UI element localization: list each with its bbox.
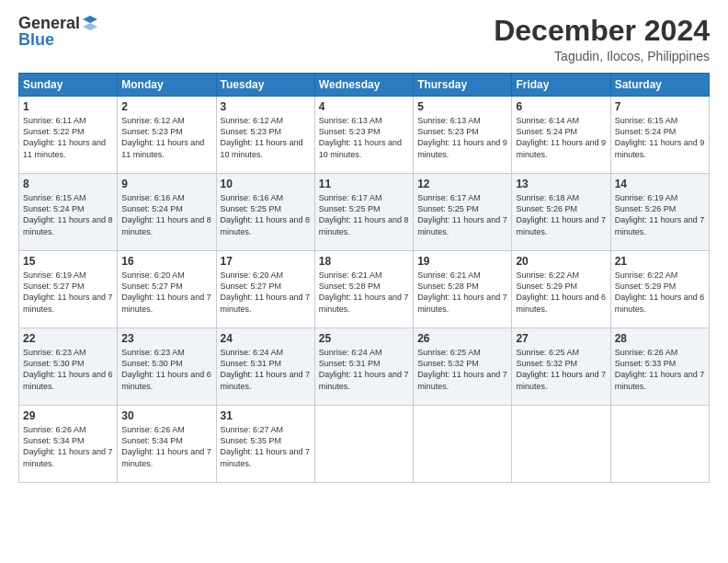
cell-info: Sunrise: 6:23 AM Sunset: 5:30 PM Dayligh…	[23, 347, 113, 392]
cell-info: Sunrise: 6:22 AM Sunset: 5:29 PM Dayligh…	[516, 270, 606, 315]
cell-info: Sunrise: 6:26 AM Sunset: 5:33 PM Dayligh…	[615, 347, 705, 392]
calendar-cell: 7Sunrise: 6:15 AM Sunset: 5:24 PM Daylig…	[610, 97, 709, 174]
day-number: 16	[121, 255, 211, 268]
title-block: December 2024 Tagudin, Ilocos, Philippin…	[494, 15, 710, 63]
weekday-header: Monday	[118, 74, 216, 97]
calendar-cell: 2Sunrise: 6:12 AM Sunset: 5:23 PM Daylig…	[118, 97, 216, 174]
day-number: 21	[615, 255, 705, 268]
svg-marker-0	[83, 16, 97, 23]
day-number: 20	[516, 255, 606, 268]
day-number: 22	[23, 332, 113, 345]
cell-info: Sunrise: 6:25 AM Sunset: 5:32 PM Dayligh…	[417, 347, 507, 392]
logo-text: General	[18, 15, 98, 31]
cell-info: Sunrise: 6:19 AM Sunset: 5:27 PM Dayligh…	[23, 270, 113, 315]
calendar-cell: 10Sunrise: 6:16 AM Sunset: 5:25 PM Dayli…	[216, 174, 314, 251]
calendar-cell: 8Sunrise: 6:15 AM Sunset: 5:24 PM Daylig…	[19, 174, 118, 251]
calendar-cell: 16Sunrise: 6:20 AM Sunset: 5:27 PM Dayli…	[118, 251, 216, 328]
cell-info: Sunrise: 6:20 AM Sunset: 5:27 PM Dayligh…	[221, 270, 311, 315]
calendar-cell: 22Sunrise: 6:23 AM Sunset: 5:30 PM Dayli…	[19, 328, 118, 406]
calendar-cell	[512, 406, 610, 483]
cell-info: Sunrise: 6:18 AM Sunset: 5:26 PM Dayligh…	[516, 192, 606, 237]
day-number: 29	[23, 409, 113, 422]
day-number: 18	[319, 255, 409, 268]
calendar-week-row: 8Sunrise: 6:15 AM Sunset: 5:24 PM Daylig…	[19, 174, 710, 251]
logo: General Blue	[18, 15, 98, 48]
calendar-cell	[414, 406, 512, 483]
cell-info: Sunrise: 6:13 AM Sunset: 5:23 PM Dayligh…	[319, 115, 409, 160]
calendar-cell: 29Sunrise: 6:26 AM Sunset: 5:34 PM Dayli…	[19, 406, 118, 483]
day-number: 2	[121, 100, 211, 113]
cell-info: Sunrise: 6:20 AM Sunset: 5:27 PM Dayligh…	[121, 270, 211, 315]
day-number: 30	[121, 409, 211, 422]
calendar-cell: 1Sunrise: 6:11 AM Sunset: 5:22 PM Daylig…	[19, 97, 118, 174]
weekday-header: Saturday	[610, 74, 709, 97]
calendar-cell: 20Sunrise: 6:22 AM Sunset: 5:29 PM Dayli…	[512, 251, 610, 328]
cell-info: Sunrise: 6:12 AM Sunset: 5:23 PM Dayligh…	[221, 115, 311, 160]
cell-info: Sunrise: 6:11 AM Sunset: 5:22 PM Dayligh…	[23, 115, 113, 160]
day-number: 4	[319, 100, 409, 113]
logo-flag-icon	[82, 15, 98, 31]
svg-marker-1	[83, 23, 97, 30]
cell-info: Sunrise: 6:19 AM Sunset: 5:26 PM Dayligh…	[615, 192, 705, 237]
day-number: 12	[417, 178, 507, 190]
cell-info: Sunrise: 6:13 AM Sunset: 5:23 PM Dayligh…	[417, 115, 507, 160]
day-number: 9	[121, 178, 211, 190]
calendar-cell	[610, 406, 709, 483]
calendar-cell: 27Sunrise: 6:25 AM Sunset: 5:32 PM Dayli…	[512, 328, 610, 406]
calendar-cell: 14Sunrise: 6:19 AM Sunset: 5:26 PM Dayli…	[610, 174, 709, 251]
cell-info: Sunrise: 6:17 AM Sunset: 5:25 PM Dayligh…	[417, 192, 507, 237]
day-number: 23	[121, 332, 211, 345]
cell-info: Sunrise: 6:21 AM Sunset: 5:28 PM Dayligh…	[417, 270, 507, 315]
day-number: 26	[417, 332, 507, 345]
day-number: 1	[23, 100, 113, 113]
calendar-cell: 13Sunrise: 6:18 AM Sunset: 5:26 PM Dayli…	[512, 174, 610, 251]
day-number: 27	[516, 332, 606, 345]
calendar-cell: 26Sunrise: 6:25 AM Sunset: 5:32 PM Dayli…	[414, 328, 512, 406]
cell-info: Sunrise: 6:16 AM Sunset: 5:25 PM Dayligh…	[221, 192, 311, 237]
cell-info: Sunrise: 6:17 AM Sunset: 5:25 PM Dayligh…	[319, 192, 409, 237]
calendar-week-row: 15Sunrise: 6:19 AM Sunset: 5:27 PM Dayli…	[19, 251, 710, 328]
cell-info: Sunrise: 6:24 AM Sunset: 5:31 PM Dayligh…	[221, 347, 311, 392]
calendar-cell: 25Sunrise: 6:24 AM Sunset: 5:31 PM Dayli…	[314, 328, 413, 406]
day-number: 10	[221, 178, 311, 190]
calendar-header-row: SundayMondayTuesdayWednesdayThursdayFrid…	[19, 74, 710, 97]
day-number: 25	[319, 332, 409, 345]
day-number: 11	[319, 178, 409, 190]
calendar-cell: 31Sunrise: 6:27 AM Sunset: 5:35 PM Dayli…	[216, 406, 314, 483]
day-number: 31	[221, 409, 311, 422]
logo-blue: Blue	[18, 31, 54, 48]
cell-info: Sunrise: 6:15 AM Sunset: 5:24 PM Dayligh…	[615, 115, 705, 160]
day-number: 7	[615, 100, 705, 113]
weekday-header: Friday	[512, 74, 610, 97]
calendar-cell: 15Sunrise: 6:19 AM Sunset: 5:27 PM Dayli…	[19, 251, 118, 328]
calendar-cell: 24Sunrise: 6:24 AM Sunset: 5:31 PM Dayli…	[216, 328, 314, 406]
calendar-table: SundayMondayTuesdayWednesdayThursdayFrid…	[18, 73, 710, 483]
day-number: 17	[221, 255, 311, 268]
calendar-cell: 18Sunrise: 6:21 AM Sunset: 5:28 PM Dayli…	[314, 251, 413, 328]
location-title: Tagudin, Ilocos, Philippines	[494, 49, 710, 63]
calendar-cell: 21Sunrise: 6:22 AM Sunset: 5:29 PM Dayli…	[610, 251, 709, 328]
calendar-week-row: 22Sunrise: 6:23 AM Sunset: 5:30 PM Dayli…	[19, 328, 710, 406]
day-number: 19	[417, 255, 507, 268]
calendar-cell: 19Sunrise: 6:21 AM Sunset: 5:28 PM Dayli…	[414, 251, 512, 328]
cell-info: Sunrise: 6:21 AM Sunset: 5:28 PM Dayligh…	[319, 270, 409, 315]
day-number: 28	[615, 332, 705, 345]
day-number: 13	[516, 178, 606, 190]
weekday-header: Sunday	[19, 74, 118, 97]
calendar-cell	[314, 406, 413, 483]
day-number: 14	[615, 178, 705, 190]
cell-info: Sunrise: 6:12 AM Sunset: 5:23 PM Dayligh…	[121, 115, 211, 160]
calendar-cell: 4Sunrise: 6:13 AM Sunset: 5:23 PM Daylig…	[314, 97, 413, 174]
cell-info: Sunrise: 6:25 AM Sunset: 5:32 PM Dayligh…	[516, 347, 606, 392]
month-title: December 2024	[494, 15, 710, 47]
cell-info: Sunrise: 6:24 AM Sunset: 5:31 PM Dayligh…	[319, 347, 409, 392]
logo-blue-text: Blue	[18, 31, 54, 48]
calendar-cell: 12Sunrise: 6:17 AM Sunset: 5:25 PM Dayli…	[414, 174, 512, 251]
calendar-cell: 17Sunrise: 6:20 AM Sunset: 5:27 PM Dayli…	[216, 251, 314, 328]
logo-general: General	[18, 15, 80, 31]
calendar-week-row: 1Sunrise: 6:11 AM Sunset: 5:22 PM Daylig…	[19, 97, 710, 174]
calendar-cell: 5Sunrise: 6:13 AM Sunset: 5:23 PM Daylig…	[414, 97, 512, 174]
weekday-header: Wednesday	[314, 74, 413, 97]
day-number: 3	[221, 100, 311, 113]
cell-info: Sunrise: 6:15 AM Sunset: 5:24 PM Dayligh…	[23, 192, 113, 237]
